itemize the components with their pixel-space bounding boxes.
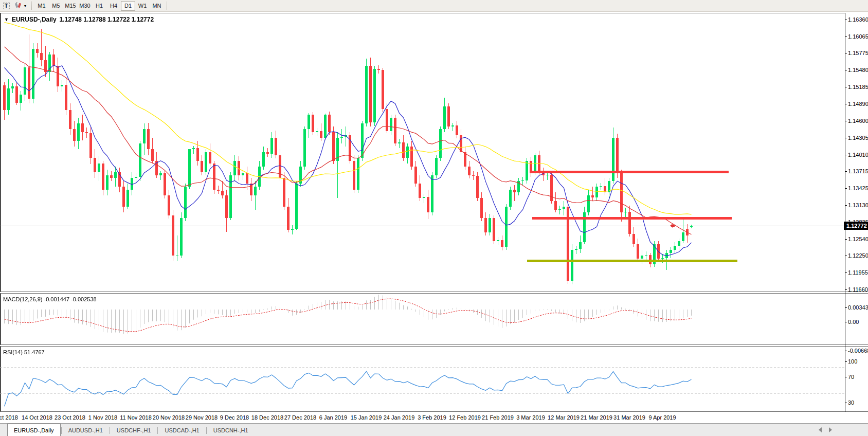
price-axis-label: 1.12540	[848, 236, 868, 242]
axis-tick	[845, 138, 847, 138]
axis-tick	[845, 20, 847, 20]
date-axis-label: 21 Feb 2019	[482, 414, 514, 421]
axis-tick	[845, 289, 847, 290]
timeframe-button-m30[interactable]: M30	[78, 1, 92, 11]
price-axis-label: 1.15185	[848, 84, 868, 90]
chart-region: ▼ EURUSD-,Daily 1.12748 1.12788 1.12722 …	[0, 13, 868, 423]
timeframe-button-mn[interactable]: MN	[150, 1, 164, 11]
price-axis-label: 1.16360	[848, 16, 868, 23]
colors-tool-button[interactable]: ▼	[13, 1, 28, 11]
macd-axis-label: 0.003431	[848, 304, 868, 311]
date-axis-label: 6 Jan 2019	[319, 414, 347, 421]
date-axis-label: 31 Mar 2019	[613, 414, 645, 421]
current-price-tag: 1.12772	[844, 222, 868, 230]
macd-axis-label: 0.00	[848, 319, 859, 325]
price-axis-label: 1.14010	[848, 152, 868, 158]
toolbar: T ▼ M1M5M15M30H1H4D1W1MN	[0, 0, 868, 12]
date-axis-label: 3 Mar 2019	[516, 414, 545, 421]
axis-tick	[845, 403, 847, 403]
date-axis-label: 12 Mar 2019	[548, 414, 580, 421]
axis-tick	[845, 205, 847, 206]
timeframe-button-m15[interactable]: M15	[63, 1, 78, 11]
chart-tab-bar: EURUSD-,DailyAUDUSD-,H1USDCHF-,H1USDCAD-…	[0, 423, 868, 436]
timeframe-button-m5[interactable]: M5	[49, 1, 63, 11]
price-axis-label: 1.13715	[848, 168, 868, 174]
date-axis-label: 12 Feb 2019	[449, 414, 481, 421]
date-axis-label: 4 Oct 2018	[0, 414, 18, 421]
chart-tab-usdchf[interactable]: USDCHF-,H1	[111, 425, 157, 436]
axis-tick	[845, 361, 847, 362]
price-axis-label: 1.12250	[848, 252, 868, 259]
toolbar-separator	[167, 2, 167, 10]
text-tool-icon: T	[3, 3, 10, 9]
panel-divider[interactable]	[0, 344, 868, 347]
price-axis-line	[845, 13, 845, 412]
axis-tick	[845, 307, 847, 308]
macd-indicator-label: MACD(12,26,9) -0.001447 -0.002538	[3, 296, 97, 302]
price-axis-label: 1.15775	[848, 50, 868, 56]
date-axis-label: 20 Nov 2018	[153, 414, 185, 421]
tab-separator	[157, 427, 158, 434]
date-axis-label: 14 Oct 2018	[22, 414, 52, 421]
axis-tick	[845, 155, 847, 155]
price-axis-label: 1.14305	[848, 135, 868, 141]
axis-tick	[845, 171, 847, 172]
chart-tab-eurusd[interactable]: EURUSD-,Daily	[7, 424, 61, 436]
axis-tick	[845, 104, 847, 104]
chart-tab-usdcnh[interactable]: USDCNH-,H1	[207, 425, 255, 436]
axis-tick	[845, 121, 847, 121]
tab-separator	[110, 427, 110, 434]
axis-tick	[845, 53, 847, 53]
tab-separator	[206, 427, 207, 434]
price-axis-label: 1.16065	[848, 33, 868, 40]
date-axis-label: 15 Jan 2019	[351, 414, 382, 421]
timeframe-button-h1[interactable]: H1	[92, 1, 106, 11]
price-axis-label: 1.14600	[848, 118, 868, 124]
date-axis-label: 18 Dec 2018	[251, 414, 283, 421]
tab-separator	[61, 427, 62, 434]
timeframe-button-m1[interactable]: M1	[34, 1, 49, 11]
macd-canvas[interactable]	[0, 294, 845, 343]
toolbar-separator	[31, 2, 32, 10]
price-axis-label: 1.11660	[848, 286, 868, 293]
chart-dropdown-icon[interactable]: ▼	[4, 17, 9, 22]
axis-tick	[845, 272, 847, 273]
chart-title: ▼ EURUSD-,Daily 1.12748 1.12788 1.12722 …	[4, 16, 154, 23]
price-axis-label: 1.15480	[848, 67, 868, 73]
macd-axis-label: -0.006686	[848, 348, 868, 354]
price-axis-label: 1.11955	[848, 269, 868, 276]
date-axis-label: 29 Nov 2018	[186, 414, 218, 421]
rsi-indicator-label: RSI(14) 51.4767	[3, 349, 45, 355]
panel-divider[interactable]	[0, 292, 868, 294]
chart-ohlc-quote: 1.12748 1.12788 1.12722 1.12772	[60, 16, 154, 23]
price-axis-label: 1.13425	[848, 185, 868, 191]
timeframe-button-h4[interactable]: H4	[106, 1, 121, 11]
main-chart-canvas[interactable]	[0, 13, 845, 292]
chart-tab-usdcad[interactable]: USDCAD-,H1	[158, 425, 205, 436]
rsi-canvas[interactable]	[0, 347, 845, 411]
date-axis-label: 27 Dec 2018	[284, 414, 316, 421]
axis-tick	[845, 351, 847, 351]
tab-scroll-right-icon[interactable]	[829, 427, 832, 432]
text-tool-button[interactable]: T	[1, 1, 12, 11]
rsi-axis-label: 70	[848, 374, 854, 380]
chart-symbol-label: EURUSD-,Daily	[12, 16, 57, 23]
timeframe-button-d1[interactable]: D1	[121, 1, 135, 11]
date-axis-label: 9 Dec 2018	[220, 414, 249, 421]
crayons-icon	[14, 2, 23, 9]
date-axis-label: 9 Apr 2019	[648, 414, 676, 421]
axis-tick	[845, 322, 847, 322]
date-axis: 4 Oct 201814 Oct 201823 Oct 20181 Nov 20…	[0, 412, 868, 423]
date-axis-label: 23 Oct 2018	[55, 414, 85, 421]
rsi-axis-label: 100	[848, 358, 857, 365]
dropdown-caret-icon: ▼	[24, 4, 27, 8]
date-axis-label: 1 Nov 2018	[88, 414, 117, 421]
rsi-axis-label: 30	[848, 399, 854, 406]
axis-tick	[845, 256, 847, 256]
date-axis-label: 11 Nov 2018	[120, 414, 152, 421]
tab-scroll-left-icon[interactable]	[819, 427, 822, 432]
chart-tab-audusd[interactable]: AUDUSD-,H1	[62, 425, 109, 436]
trading-terminal-window: T ▼ M1M5M15M30H1H4D1W1MN	[0, 0, 868, 436]
timeframe-button-w1[interactable]: W1	[135, 1, 150, 11]
axis-tick	[845, 70, 847, 70]
